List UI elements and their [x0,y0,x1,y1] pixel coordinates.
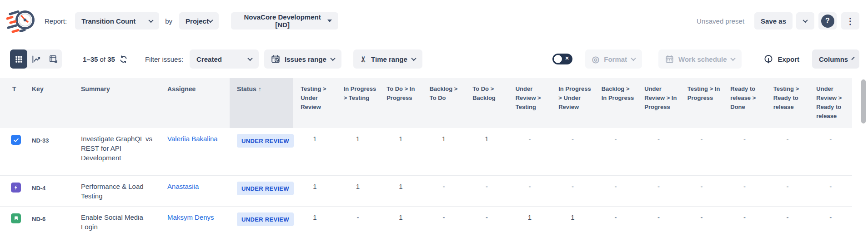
report-label: Report: [45,17,67,25]
toggle-switch[interactable]: ✕ [552,54,572,64]
speed-clock-logo-icon [6,7,35,35]
chevron-down-icon [803,18,808,23]
column-header-label: Key [32,85,44,93]
table-wrap: TKeySummaryAssigneeStatus↑Testing > Unde… [0,78,868,237]
chevron-down-icon [731,56,736,61]
scissors-icon: ✂ [358,56,368,62]
count-of: of [100,55,106,63]
pivot-view-button[interactable] [45,49,62,69]
column-header-status[interactable]: Status↑ [230,78,293,128]
chevron-down-icon [149,18,154,23]
transition-count-under-review-in-progress: - [637,175,680,206]
column-header-assignee[interactable]: Assignee [161,78,230,128]
transition-count-in-progress-testing: 1 [336,175,380,206]
project-dropdown[interactable]: NovaCore Development [ND] [231,12,338,30]
refresh-icon[interactable] [119,55,128,64]
transition-count-in-progress-testing: 1 [336,128,380,175]
column-header-label: Assignee [167,85,196,93]
column-header-to-do-in-progress[interactable]: To Do > In Progress [379,78,422,128]
assignee-cell: Maksym Denys [161,206,230,237]
chevron-down-icon [208,18,213,23]
grid-view-button[interactable] [10,49,27,69]
transition-count-under-review-ready-to-release: - [809,206,852,237]
pivot-view-icon [49,54,58,64]
transition-count-testing-in-progress: - [680,206,723,237]
export-button[interactable]: Export [763,54,799,64]
time-range-label: Time range [371,55,407,63]
assignee-link[interactable]: Valeriia Bakalina [167,135,218,143]
column-header-backlog-to-do[interactable]: Backlog > To Do [422,78,466,128]
issues-range-dropdown[interactable]: Issues range [264,49,341,69]
transition-count-testing-ready-to-release: - [766,206,809,237]
transition-count-backlog-in-progress: - [594,128,637,175]
time-range-dropdown[interactable]: ✂ Time range [353,49,422,69]
filter-field-dropdown[interactable]: Created [190,49,259,69]
column-header-under-review-in-progress[interactable]: Under Review > In Progress [637,78,680,128]
column-header-ready-to-release-done[interactable]: Ready to release > Done [723,78,766,128]
grid-view-icon [15,55,23,64]
report-type-dropdown[interactable]: Transition Count [75,12,159,30]
transition-count-to-do-backlog: 1 [465,128,508,175]
column-header-in-progress-under-review[interactable]: In Progress > Under Review [551,78,594,128]
assignee-link[interactable]: Anastasiia [167,183,199,190]
column-header-label: Summary [81,85,110,93]
bookmark-icon [11,213,21,223]
chevron-down-icon [330,56,335,61]
by-label: by [165,17,172,25]
save-options-dropdown[interactable] [796,12,814,30]
transition-count-under-review-in-progress: - [637,206,680,237]
calendar-icon [665,55,674,64]
column-header-label: Status [237,85,256,93]
transition-count-backlog-to-do: - [422,206,466,237]
column-header-backlog-in-progress[interactable]: Backlog > In Progress [594,78,637,128]
chevron-down-icon [852,57,855,60]
chart-view-button[interactable] [27,49,45,69]
column-header-summary[interactable]: Summary [76,78,161,128]
status-cell: UNDER REVIEW [230,206,293,237]
transition-count-in-progress-under-review: - [551,128,594,175]
toggle-knob [554,55,562,63]
preset-status: Unsaved preset [697,17,744,25]
chevron-down-icon [631,56,636,61]
filter-field-value: Created [196,55,222,63]
table-row: ND-33Investigate GraphQL vs REST for API… [0,128,852,175]
issue-type-cell [0,175,26,206]
transition-count-testing-in-progress: - [680,175,723,206]
target-icon: ◎ [592,55,600,64]
work-schedule-dropdown[interactable]: Work schedule [658,49,742,69]
column-header-testing-in-progress[interactable]: Testing > In Progress [680,78,723,128]
column-header-type[interactable]: T [0,78,26,128]
transition-count-in-progress-testing: - [336,206,380,237]
issue-type-cell [0,206,26,237]
issue-summary: Investigate GraphQL vs REST for API Deve… [76,128,161,175]
group-by-dropdown[interactable]: Project [179,12,219,30]
format-dropdown[interactable]: ◎ Format [585,49,642,69]
count-range: 1–35 [83,55,98,63]
column-header-testing-under-review[interactable]: Testing > Under Review [293,78,336,128]
columns-dropdown[interactable]: Columns [812,49,859,69]
filter-issues-label: Filter issues: [145,55,183,63]
count-total: 35 [107,55,115,63]
column-header-testing-ready-to-release[interactable]: Testing > Ready to release [766,78,809,128]
transition-count-ready-to-release-done: - [723,128,766,175]
vertical-scrollbar[interactable] [861,79,866,123]
column-header-under-review-ready-to-release[interactable]: Under Review > Ready to release [809,78,852,128]
transition-count-under-review-testing: - [508,128,552,175]
column-header-key[interactable]: Key [26,78,76,128]
help-button[interactable]: ? [818,12,837,30]
transition-count-ready-to-release-done: - [723,206,766,237]
transition-count-testing-ready-to-release: - [766,128,809,175]
issue-count: 1–35 of 35 [83,55,128,64]
column-header-under-review-testing[interactable]: Under Review > Testing [508,78,552,128]
column-header-to-do-backlog[interactable]: To Do > Backlog [465,78,508,128]
assignee-link[interactable]: Maksym Denys [167,213,214,221]
issue-summary: Performance & Load Testing [76,175,161,206]
column-header-in-progress-testing[interactable]: In Progress > Testing [336,78,380,128]
toggle-x-icon: ✕ [565,55,569,61]
transition-count-to-do-in-progress: 1 [379,128,422,175]
transition-count-testing-under-review: 1 [293,128,336,175]
transition-count-to-do-in-progress: 1 [379,206,422,237]
more-menu-button[interactable]: ⋮ [841,12,859,30]
table-row: ND-6Enable Social Media LoginMaksym Deny… [0,206,852,237]
save-as-button[interactable]: Save as [754,12,793,30]
